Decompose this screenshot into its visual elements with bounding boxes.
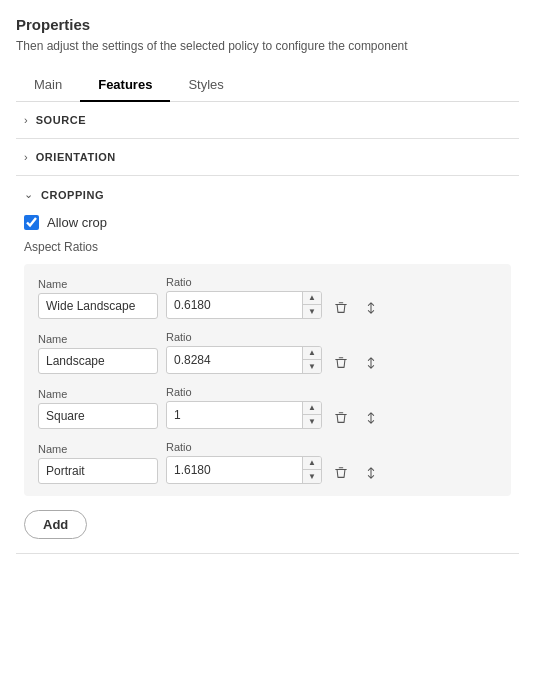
ratio-field-group-2: Ratio ▲ ▼ <box>166 331 322 374</box>
allow-crop-row: Allow crop <box>24 213 511 230</box>
spinner-3: ▲ ▼ <box>302 402 321 428</box>
ratio-input-wrapper-2: ▲ ▼ <box>166 346 322 374</box>
ratio-label-2: Ratio <box>166 331 322 343</box>
spinner-1: ▲ ▼ <box>302 292 321 318</box>
ratio-label-3: Ratio <box>166 386 322 398</box>
name-input-2[interactable] <box>38 348 158 374</box>
ratio-field-group-1: Ratio ▲ ▼ <box>166 276 322 319</box>
tab-main[interactable]: Main <box>16 69 80 102</box>
orientation-chevron-icon: › <box>24 151 28 163</box>
spinner-up-3[interactable]: ▲ <box>303 402 321 415</box>
name-field-group-1: Name <box>38 278 158 319</box>
name-input-3[interactable] <box>38 403 158 429</box>
source-chevron-icon: › <box>24 114 28 126</box>
spinner-up-4[interactable]: ▲ <box>303 457 321 470</box>
ratio-row-4: Name Ratio ▲ ▼ <box>38 441 497 484</box>
ratio-row-1: Name Ratio ▲ ▼ <box>38 276 497 319</box>
move-button-3[interactable] <box>360 407 382 429</box>
name-label-4: Name <box>38 443 158 455</box>
delete-button-4[interactable] <box>330 462 352 484</box>
delete-button-3[interactable] <box>330 407 352 429</box>
spinner-2: ▲ ▼ <box>302 347 321 373</box>
ratio-row-3: Name Ratio ▲ ▼ <box>38 386 497 429</box>
cropping-section-label: CROPPING <box>41 189 104 201</box>
add-button[interactable]: Add <box>24 510 87 539</box>
ratio-input-4[interactable] <box>167 458 302 482</box>
orientation-section-label: ORIENTATION <box>36 151 116 163</box>
spinner-down-2[interactable]: ▼ <box>303 360 321 373</box>
spinner-down-3[interactable]: ▼ <box>303 415 321 428</box>
cropping-section: ⌄ CROPPING Allow crop Aspect Ratios Name… <box>16 176 519 554</box>
source-section: › SOURCE <box>16 102 519 139</box>
ratios-container: Name Ratio ▲ ▼ <box>24 264 511 496</box>
name-field-group-3: Name <box>38 388 158 429</box>
page-title: Properties <box>16 16 519 33</box>
orientation-section: › ORIENTATION <box>16 139 519 176</box>
cropping-section-content: Allow crop Aspect Ratios Name Ratio <box>16 213 519 553</box>
ratio-row-2: Name Ratio ▲ ▼ <box>38 331 497 374</box>
tab-styles[interactable]: Styles <box>170 69 241 102</box>
spinner-down-4[interactable]: ▼ <box>303 470 321 483</box>
ratio-input-wrapper-3: ▲ ▼ <box>166 401 322 429</box>
allow-crop-checkbox[interactable] <box>24 215 39 230</box>
move-button-2[interactable] <box>360 352 382 374</box>
ratio-label-1: Ratio <box>166 276 322 288</box>
delete-button-2[interactable] <box>330 352 352 374</box>
source-section-header[interactable]: › SOURCE <box>16 102 519 138</box>
move-button-4[interactable] <box>360 462 382 484</box>
name-label-2: Name <box>38 333 158 345</box>
spinner-down-1[interactable]: ▼ <box>303 305 321 318</box>
orientation-section-header[interactable]: › ORIENTATION <box>16 139 519 175</box>
ratio-field-group-3: Ratio ▲ ▼ <box>166 386 322 429</box>
allow-crop-label: Allow crop <box>47 215 107 230</box>
name-field-group-4: Name <box>38 443 158 484</box>
name-input-1[interactable] <box>38 293 158 319</box>
ratio-label-4: Ratio <box>166 441 322 453</box>
ratio-input-wrapper-1: ▲ ▼ <box>166 291 322 319</box>
name-field-group-2: Name <box>38 333 158 374</box>
ratio-input-2[interactable] <box>167 348 302 372</box>
page-subtitle: Then adjust the settings of the selected… <box>16 39 519 53</box>
move-button-1[interactable] <box>360 297 382 319</box>
spinner-up-1[interactable]: ▲ <box>303 292 321 305</box>
aspect-ratios-label: Aspect Ratios <box>24 240 511 254</box>
tabs-bar: Main Features Styles <box>16 69 519 102</box>
name-label-3: Name <box>38 388 158 400</box>
ratio-input-3[interactable] <box>167 403 302 427</box>
cropping-section-header[interactable]: ⌄ CROPPING <box>16 176 519 213</box>
cropping-chevron-icon: ⌄ <box>24 188 33 201</box>
properties-panel: Properties Then adjust the settings of t… <box>0 0 535 574</box>
ratio-field-group-4: Ratio ▲ ▼ <box>166 441 322 484</box>
ratio-input-wrapper-4: ▲ ▼ <box>166 456 322 484</box>
tab-features[interactable]: Features <box>80 69 170 102</box>
delete-button-1[interactable] <box>330 297 352 319</box>
ratio-input-1[interactable] <box>167 293 302 317</box>
name-label-1: Name <box>38 278 158 290</box>
name-input-4[interactable] <box>38 458 158 484</box>
source-section-label: SOURCE <box>36 114 86 126</box>
spinner-up-2[interactable]: ▲ <box>303 347 321 360</box>
spinner-4: ▲ ▼ <box>302 457 321 483</box>
